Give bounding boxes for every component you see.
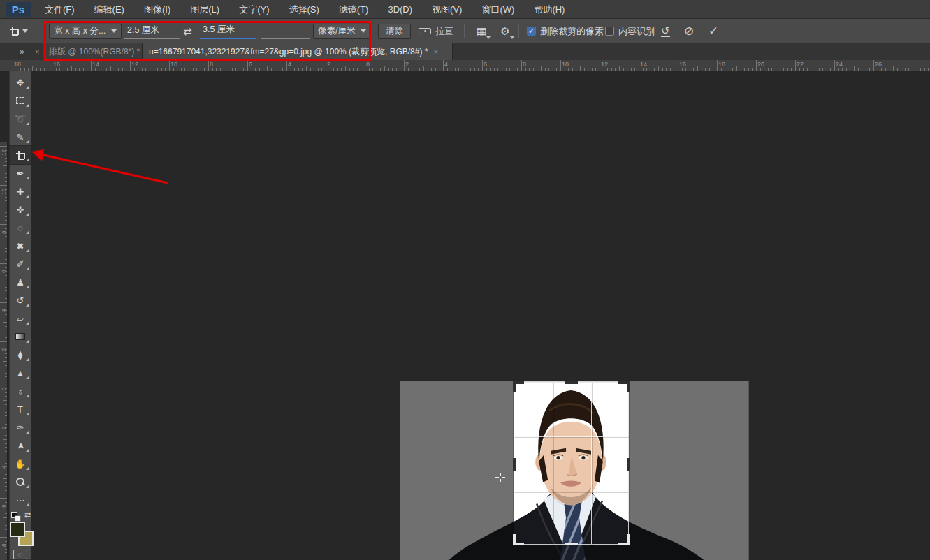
horizontal-ruler[interactable]: 1816141210864202468101214161820222426: [0, 60, 930, 71]
chevron-down-icon: [111, 29, 117, 33]
document-tab-layout[interactable]: 排版 @ 100%(RGB/8*) * ×: [43, 43, 143, 60]
blur-tool-icon: ⧫: [18, 351, 22, 360]
thirds-grid-line: [591, 383, 592, 544]
rectangular-marquee-tool[interactable]: [10, 91, 31, 110]
eraser-tool[interactable]: ▱: [10, 309, 31, 327]
pen-tool[interactable]: ✑: [10, 418, 31, 436]
history-brush-tool-icon: ↺: [17, 296, 24, 305]
chevron-down-icon: [510, 36, 514, 39]
sharpen-tool[interactable]: ▲: [10, 364, 31, 382]
tab-overflow-chevrons[interactable]: »: [20, 43, 24, 60]
reset-icon: ↺: [661, 26, 670, 37]
content-aware-checkbox[interactable]: 内容识别: [605, 19, 655, 43]
crop-handle-bottom-left[interactable]: [513, 534, 516, 545]
menu-item[interactable]: 图像(I): [134, 0, 180, 19]
quick-mask-button[interactable]: ◌: [13, 550, 27, 559]
document-tab-active-crop-preview[interactable]: u=1667917041,32321927&fm=27&gp=0.jpg @ 1…: [143, 43, 453, 60]
crop-handle-bottom-right[interactable]: [627, 534, 630, 545]
spot-healing-brush-tool[interactable]: ✚: [10, 182, 31, 200]
delete-cropped-pixels-checkbox[interactable]: 删除裁剪的像素: [527, 19, 604, 43]
healing-brush-tool-icon: ✜: [17, 205, 24, 214]
clone-stamp-tool-icon: ♟: [16, 278, 24, 287]
foreground-color-swatch[interactable]: [10, 522, 25, 537]
crop-width-field[interactable]: 2.5 厘米: [124, 19, 180, 43]
crop-settings-button[interactable]: ⚙: [496, 19, 514, 43]
clear-button[interactable]: 清除: [378, 19, 411, 43]
quick-selection-tool[interactable]: ✎: [10, 128, 31, 146]
menu-item[interactable]: 帮助(H): [524, 0, 574, 19]
history-brush-tool[interactable]: ↺: [10, 291, 31, 309]
edit-toolbar-button[interactable]: ⋯: [10, 491, 31, 509]
move-tool-icon: ✥: [17, 78, 24, 87]
grid-overlay-icon: ▦: [476, 24, 486, 38]
color-controls: ⇄: [10, 512, 31, 540]
move-tool[interactable]: ✥: [10, 73, 31, 91]
swap-colors-icon[interactable]: ⇄: [24, 510, 31, 520]
type-tool[interactable]: T: [10, 400, 31, 418]
hidden-tab-close-icon[interactable]: ×: [35, 43, 39, 60]
eyedropper-tool-icon: ✒: [17, 169, 24, 178]
menu-item[interactable]: 3D(D): [378, 0, 422, 19]
default-colors-icon[interactable]: [11, 512, 17, 518]
gradient-tool[interactable]: [10, 327, 31, 346]
chevron-down-icon: [22, 29, 28, 33]
thirds-grid-line: [553, 383, 553, 544]
path-selection-tool[interactable]: ➤: [10, 436, 31, 455]
canvas-workspace[interactable]: 12108642024681012: [0, 71, 930, 560]
commit-crop-button[interactable]: ✓: [709, 19, 718, 43]
zoom-tool[interactable]: [10, 473, 31, 491]
toolbar-tools: ✥➰✎✒✚✜◌✖✐♟↺▱⧫▲♁T✑➤✋⋯: [10, 73, 31, 509]
straighten-button[interactable]: 拉直: [419, 19, 453, 43]
aspect-preset-dropdown[interactable]: 宽 x 高 x 分...: [49, 19, 122, 43]
patch-tool[interactable]: ◌: [10, 219, 31, 237]
clone-stamp-tool[interactable]: ♟: [10, 273, 31, 291]
crop-handle-top[interactable]: [565, 381, 578, 384]
cancel-crop-button[interactable]: ⊘: [684, 19, 694, 43]
content-aware-move-tool[interactable]: ✖: [10, 237, 31, 255]
hand-tool[interactable]: ✋: [10, 455, 31, 473]
lasso-tool[interactable]: ➰: [10, 110, 31, 128]
crop-handle-right[interactable]: [627, 458, 630, 471]
blur-tool[interactable]: ⧫: [10, 346, 31, 364]
menu-item[interactable]: 编辑(E): [85, 0, 134, 19]
crop-handle-bottom[interactable]: [565, 543, 578, 545]
resolution-unit-dropdown[interactable]: 像素/厘米: [313, 19, 370, 43]
photoshop-logo: Ps: [6, 2, 31, 17]
crop-tool-icon: [16, 151, 25, 160]
menu-item[interactable]: 视图(V): [422, 0, 472, 19]
healing-brush-tool[interactable]: ✜: [10, 200, 31, 219]
dodge-tool-icon: ♁: [17, 387, 24, 396]
menu-item[interactable]: 文字(Y): [229, 0, 279, 19]
menu-item[interactable]: 文件(F): [35, 0, 85, 19]
tool-preset-button[interactable]: [10, 19, 28, 43]
close-tab-icon[interactable]: ×: [433, 47, 437, 56]
vertical-ruler[interactable]: 12108642024681012: [0, 142, 8, 560]
overlay-grid-button[interactable]: ▦: [472, 19, 491, 43]
brush-tool[interactable]: ✐: [10, 255, 31, 273]
menu-item[interactable]: 选择(S): [279, 0, 328, 19]
crop-bounding-box[interactable]: [514, 382, 629, 545]
divider: [518, 24, 519, 38]
edit-toolbar-button-icon: ⋯: [16, 496, 25, 505]
swap-width-height-icon[interactable]: ⇄: [183, 19, 192, 43]
crop-handle-top-left[interactable]: [513, 381, 516, 392]
straighten-level-icon: [419, 28, 431, 34]
checkbox-icon[interactable]: [527, 27, 536, 36]
crop-handle-top-right[interactable]: [627, 381, 630, 392]
eyedropper-tool[interactable]: ✒: [10, 164, 31, 182]
document-tab-bar: » × 排版 @ 100%(RGB/8*) * × u=1667917041,3…: [0, 43, 930, 60]
photoshop-window: Ps 文件(F)编辑(E)图像(I)图层(L)文字(Y)选择(S)滤镜(T)3D…: [0, 0, 930, 560]
dodge-tool[interactable]: ♁: [10, 382, 31, 400]
reset-crop-button[interactable]: ↺: [661, 19, 670, 43]
menu-item[interactable]: 图层(L): [180, 0, 229, 19]
hand-tool-icon: ✋: [15, 459, 26, 469]
resolution-field[interactable]: [261, 19, 310, 43]
menu-item[interactable]: 窗口(W): [472, 0, 524, 19]
crop-height-field[interactable]: 3.5 厘米: [200, 19, 256, 43]
gear-icon: ⚙: [500, 25, 509, 38]
crop-tool[interactable]: [10, 146, 31, 164]
menu-item[interactable]: 滤镜(T): [329, 0, 379, 19]
spot-healing-brush-tool-icon: ✚: [17, 187, 24, 196]
crop-handle-left[interactable]: [513, 458, 516, 471]
checkbox-icon[interactable]: [605, 27, 614, 36]
